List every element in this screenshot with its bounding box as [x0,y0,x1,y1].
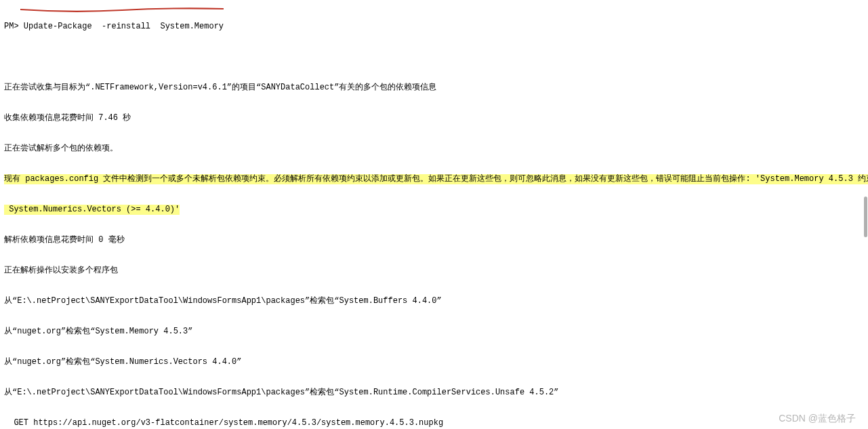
output-line: 从“E:\.netProject\SANYExportDataTool\Wind… [4,388,864,398]
output-line: 正在尝试收集与目标为“.NETFramework,Version=v4.6.1”… [4,83,864,93]
output-line: GET https://api.nuget.org/v3-flatcontain… [4,418,864,428]
output-line: 从“nuget.org”检索包“System.Numerics.Vectors … [4,357,864,367]
blank-line [4,52,864,62]
output-line: 解析依赖项信息花费时间 0 毫秒 [4,235,864,245]
output-line: 从“E:\.netProject\SANYExportDataTool\Wind… [4,296,864,306]
warning-line: 现有 packages.config 文件中检测到一个或多个未解析包依赖项约束。… [4,174,864,184]
prompt-line[interactable]: PM> Update-Package -reinstall System.Mem… [4,22,864,32]
output-line: 收集依赖项信息花费时间 7.46 秒 [4,113,864,123]
output-line: 从“nuget.org”检索包“System.Memory 4.5.3” [4,327,864,337]
console-output[interactable]: PM> Update-Package -reinstall System.Mem… [0,0,868,429]
warning-line: System.Numerics.Vectors (>= 4.4.0)' [4,205,864,215]
scrollbar-track[interactable] [863,0,868,429]
scrollbar-thumb[interactable] [864,197,867,237]
output-line: 正在尝试解析多个包的依赖项。 [4,144,864,154]
output-line: 正在解析操作以安装多个程序包 [4,266,864,276]
